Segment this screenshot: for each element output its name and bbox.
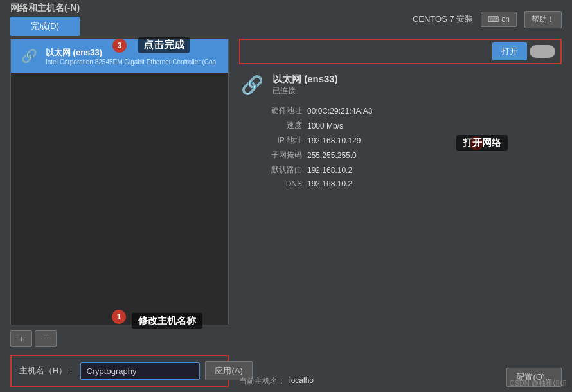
toggle-container: 打开 (492, 42, 555, 60)
header-left: 网络和主机名(-N) 完成(D) (10, 3, 80, 36)
detail-header: 🔗 以太网 (ens33) 已连接 (239, 72, 562, 98)
detail-title-block: 以太网 (ens33) 已连接 (273, 73, 338, 96)
detail-status: 已连接 (273, 85, 338, 96)
network-item-text: 以太网 (ens33) Intel Corporation 82545EM Gi… (46, 47, 216, 66)
right-panel: 打开 🔗 以太网 (ens33) 已连接 硬件地址 00:0C:29:21:4A… (239, 39, 562, 387)
detail-row-subnet: 子网掩码 255.255.255.0 (239, 150, 562, 161)
detail-key-dns: DNS (244, 179, 302, 188)
network-on-button[interactable]: 打开 (492, 42, 527, 60)
detail-row-dns: DNS 192.168.10.2 (239, 179, 562, 188)
detail-key-subnet: 子网掩码 (244, 150, 302, 161)
detail-value-gateway: 192.168.10.2 (307, 166, 352, 175)
click-complete-annotation: 点击完成 (138, 37, 190, 53)
modify-hostname-annotation: 修改主机名称 (132, 313, 202, 329)
detail-value-dns: 192.168.10.2 (307, 179, 352, 188)
current-hostname-value: localho (289, 376, 314, 387)
detail-key-gateway: 默认路由 (244, 165, 302, 175)
hostname-label: 主机名（H）： (19, 365, 75, 377)
detail-ethernet-icon: 🔗 (239, 72, 265, 98)
toggle-slider[interactable] (530, 45, 555, 58)
main-window: 网络和主机名(-N) 完成(D) CENTOS 7 安装 ⌨ cn 帮助！ 🔗 … (0, 0, 572, 392)
header-bar: 网络和主机名(-N) 完成(D) CENTOS 7 安装 ⌨ cn 帮助！ (0, 0, 572, 33)
list-controls: + − (10, 328, 229, 350)
current-hostname-label: 当前主机名： (239, 376, 285, 387)
step-1-badge: 1 (112, 310, 126, 324)
centos-title: CENTOS 7 安装 (413, 13, 473, 25)
detail-value-hardware: 00:0C:29:21:4A:A3 (307, 107, 372, 116)
hostname-bar: 主机名（H）： 应用(A) (10, 355, 229, 387)
detail-key-hardware: 硬件地址 (244, 105, 302, 116)
detail-row-hardware: 硬件地址 00:0C:29:21:4A:A3 (239, 105, 562, 116)
help-button[interactable]: 帮助！ (524, 11, 562, 28)
toggle-bar: 打开 (239, 39, 562, 64)
ethernet-icon: 🔗 (19, 46, 39, 66)
network-item-name: 以太网 (ens33) (46, 47, 216, 58)
network-list: 🔗 以太网 (ens33) Intel Corporation 82545EM … (10, 39, 229, 325)
watermark: CSDN @柚稚姐姐 (510, 379, 567, 388)
detail-name: 以太网 (ens33) (273, 73, 338, 85)
header-right: CENTOS 7 安装 ⌨ cn 帮助！ (413, 11, 562, 28)
detail-value-ip: 192.168.10.129 (307, 136, 361, 145)
hostname-input[interactable] (80, 362, 200, 380)
detail-key-speed: 速度 (244, 120, 302, 131)
content-area: 🔗 以太网 (ens33) Intel Corporation 82545EM … (0, 33, 572, 392)
detail-row-gateway: 默认路由 192.168.10.2 (239, 165, 562, 175)
keyboard-icon: ⌨ (488, 15, 499, 24)
step-3-badge: 3 (112, 39, 127, 53)
detail-value-speed: 1000 Mb/s (307, 121, 343, 130)
left-panel: 🔗 以太网 (ens33) Intel Corporation 82545EM … (10, 39, 229, 387)
detail-key-ip: IP 地址 (244, 135, 302, 146)
detail-value-subnet: 255.255.255.0 (307, 151, 357, 160)
detail-row-speed: 速度 1000 Mb/s (239, 120, 562, 131)
open-network-annotation: 打开网络 (456, 135, 508, 151)
page-title: 网络和主机名(-N) (10, 3, 80, 14)
detail-row-ip: IP 地址 192.168.10.129 (239, 135, 562, 146)
language-button[interactable]: ⌨ cn (481, 12, 517, 27)
network-details: 🔗 以太网 (ens33) 已连接 硬件地址 00:0C:29:21:4A:A3… (239, 69, 562, 357)
current-hostname: 当前主机名： localho (239, 376, 314, 387)
network-item-desc: Intel Corporation 82545EM Gigabit Ethern… (46, 58, 216, 66)
remove-network-button[interactable]: − (35, 330, 57, 347)
add-network-button[interactable]: + (10, 330, 32, 347)
